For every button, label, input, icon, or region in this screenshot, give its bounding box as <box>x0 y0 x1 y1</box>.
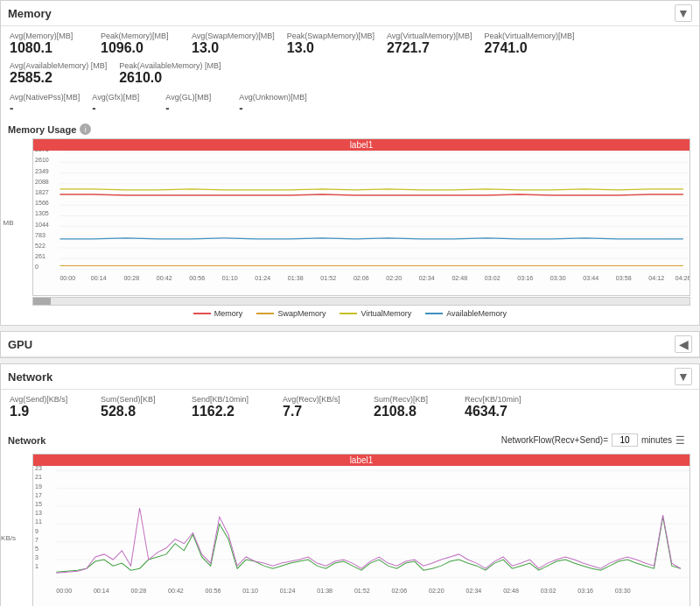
svg-text:02:20: 02:20 <box>429 588 444 595</box>
stat-peak-virtual-value: 2741.0 <box>485 40 575 56</box>
svg-text:21: 21 <box>35 474 42 481</box>
network-chart-container: Network NetworkFlow(Recv+Send)= 10 minut… <box>1 426 699 606</box>
stat-peak-avail-value: 2610.0 <box>119 70 220 86</box>
svg-text:00:42: 00:42 <box>157 275 172 282</box>
svg-text:01:24: 01:24 <box>255 275 270 282</box>
stat-unknown: Avg(Unknown)[MB] - <box>239 93 306 115</box>
stat-avg-recv-label: Avg(Recv)[KB/s] <box>283 395 361 404</box>
svg-text:2610: 2610 <box>35 157 49 164</box>
svg-text:11: 11 <box>35 518 42 525</box>
memory-legend-virtual: VirtualMemory <box>340 309 411 318</box>
gpu-header: GPU ◀ <box>1 332 699 357</box>
network-chart-svg: 23 21 19 17 15 13 11 9 7 5 3 1 <box>33 454 690 606</box>
stat-gfx: Avg(Gfx)[MB] - <box>92 93 153 115</box>
memory-chart-title-row: Memory Usage i <box>8 123 692 135</box>
svg-text:00:14: 00:14 <box>94 588 109 595</box>
svg-text:01:10: 01:10 <box>222 275 238 282</box>
network-chart-label: label1 <box>33 454 690 466</box>
stat-avg-memory-label: Avg(Memory)[MB] <box>10 32 88 40</box>
network-collapse-btn[interactable]: ▼ <box>675 368 692 385</box>
svg-text:1566: 1566 <box>35 200 49 207</box>
memory-chart-container: Memory Usage i MB label1 2871 2610 2349 … <box>1 120 699 325</box>
svg-text:02:06: 02:06 <box>354 275 369 282</box>
stat-peak-virtual: Peak(VirtualMemory)[MB] 2741.0 <box>485 32 575 56</box>
svg-text:00:56: 00:56 <box>206 588 221 595</box>
svg-text:01:24: 01:24 <box>280 588 296 595</box>
stat-peak-memory: Peak(Memory)[MB] 1096.0 <box>101 32 179 56</box>
stat-avg-virtual-value: 2721.7 <box>387 40 472 56</box>
stat-nativepss: Avg(NativePss)[MB] - <box>10 93 80 115</box>
stat-peak-memory-value: 1096.0 <box>101 40 179 56</box>
svg-text:2349: 2349 <box>35 168 49 175</box>
stat-sum-recv-value: 2108.8 <box>374 404 452 419</box>
stat-sum-send-value: 528.8 <box>101 404 179 419</box>
network-flow-input[interactable]: 10 <box>612 433 638 447</box>
stat-peak-swap-label: Peak(SwapMemory)[MB] <box>287 32 374 40</box>
stat-recv-10min: Recv[KB/10min] 4634.7 <box>465 395 543 419</box>
memory-stats-row2: Avg(NativePss)[MB] - Avg(Gfx)[MB] - Avg(… <box>1 93 699 120</box>
memory-chart-title: Memory Usage <box>8 124 76 135</box>
stat-sum-recv: Sum(Recv)[KB] 2108.8 <box>374 395 452 419</box>
memory-legend-memory-line <box>193 313 211 314</box>
gpu-collapse-btn[interactable]: ◀ <box>675 335 692 353</box>
stat-avg-swap-label: Avg(SwapMemory)[MB] <box>192 32 275 40</box>
memory-legend-available: AvailableMemory <box>425 309 507 318</box>
stat-recv-10min-value: 4634.7 <box>465 404 543 419</box>
network-stats-row: Avg(Send)[KB/s] 1.9 Sum(Send)[KB] 528.8 … <box>1 390 699 426</box>
stat-avg-virtual-label: Avg(VirtualMemory)[MB] <box>387 32 472 40</box>
svg-text:02:06: 02:06 <box>391 588 407 595</box>
memory-title: Memory <box>8 7 52 20</box>
network-controls: NetworkFlow(Recv+Send)= 10 minutes ☰ <box>494 430 692 450</box>
stat-peak-swap-value: 13.0 <box>287 40 374 56</box>
svg-text:03:44: 03:44 <box>583 275 598 282</box>
svg-text:3: 3 <box>35 554 38 561</box>
svg-text:01:38: 01:38 <box>288 275 304 282</box>
stat-unknown-label: Avg(Unknown)[MB] <box>239 93 306 102</box>
svg-text:01:38: 01:38 <box>317 588 332 595</box>
stat-avg-avail: Avg(AvailableMemory) [MB] 2585.2 <box>10 61 107 86</box>
svg-text:01:52: 01:52 <box>354 588 370 595</box>
stat-send-10min-label: Send[KB/10min] <box>192 395 270 404</box>
svg-text:1044: 1044 <box>35 222 49 229</box>
stat-avg-recv: Avg(Recv)[KB/s] 7.7 <box>283 395 361 419</box>
svg-text:5: 5 <box>35 546 38 553</box>
svg-text:1: 1 <box>35 563 38 570</box>
memory-legend-virtual-label: VirtualMemory <box>360 309 411 318</box>
svg-text:0: 0 <box>35 264 38 271</box>
svg-text:00:42: 00:42 <box>168 588 184 595</box>
stat-send-10min: Send[KB/10min] 1162.2 <box>192 395 270 419</box>
stat-gl-value: - <box>165 102 227 115</box>
svg-text:13: 13 <box>35 510 42 517</box>
stat-gl: Avg(GL)[MB] - <box>165 93 227 115</box>
memory-scrollbar[interactable] <box>32 297 690 306</box>
svg-text:00:00: 00:00 <box>60 275 75 282</box>
svg-text:1827: 1827 <box>35 189 49 196</box>
stat-sum-recv-label: Sum(Recv)[KB] <box>374 395 452 404</box>
svg-text:17: 17 <box>35 492 42 499</box>
stat-peak-swap: Peak(SwapMemory)[MB] 13.0 <box>287 32 374 56</box>
memory-chart-svg: 2871 2610 2349 2088 1827 1566 1305 1044 … <box>33 139 690 295</box>
memory-legend-available-line <box>425 313 443 314</box>
memory-collapse-btn[interactable]: ▼ <box>675 4 692 22</box>
gpu-title: GPU <box>8 338 32 351</box>
stat-gfx-value: - <box>92 102 153 115</box>
svg-text:02:34: 02:34 <box>466 588 482 595</box>
svg-text:03:02: 03:02 <box>485 275 500 282</box>
stat-avg-swap: Avg(SwapMemory)[MB] 13.0 <box>192 32 275 56</box>
stat-peak-avail: Peak(AvailableMemory) [MB] 2610.0 <box>119 61 220 86</box>
svg-text:01:10: 01:10 <box>242 588 258 595</box>
svg-text:23: 23 <box>35 465 42 472</box>
memory-legend: Memory SwapMemory VirtualMemory Availabl… <box>8 306 692 323</box>
svg-text:2088: 2088 <box>35 179 49 186</box>
network-settings-icon[interactable]: ☰ <box>676 434 685 447</box>
memory-legend-virtual-line <box>340 313 357 314</box>
memory-info-icon[interactable]: i <box>80 123 91 135</box>
stat-nativepss-value: - <box>10 102 80 115</box>
memory-header: Memory ▼ <box>1 1 699 26</box>
memory-chart-wrapper: MB label1 2871 2610 2349 2088 1827 1566 … <box>8 138 692 306</box>
stat-unknown-value: - <box>239 102 306 115</box>
svg-text:03:30: 03:30 <box>615 588 631 595</box>
network-section: Network ▼ Avg(Send)[KB/s] 1.9 Sum(Send)[… <box>0 363 700 606</box>
memory-legend-memory: Memory <box>193 309 243 318</box>
svg-text:7: 7 <box>35 537 38 544</box>
